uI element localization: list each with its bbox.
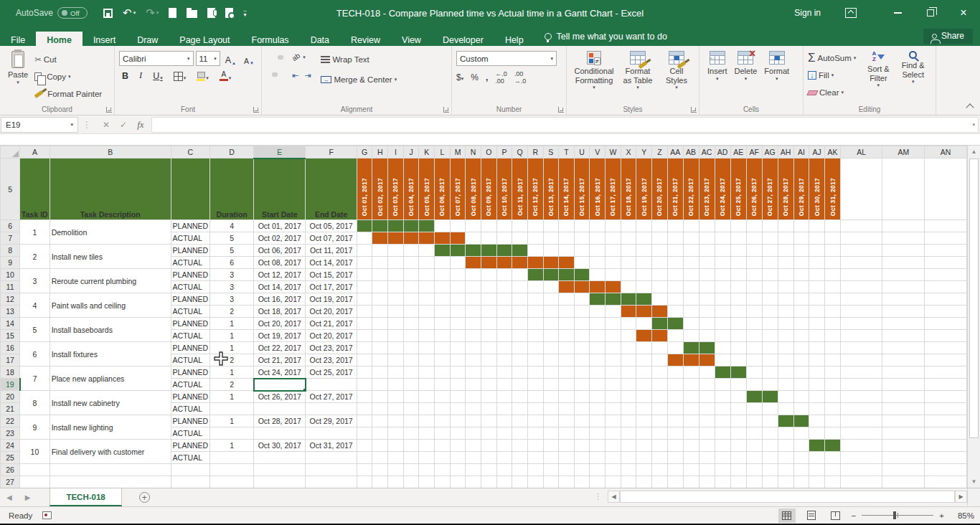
gantt-bar-cell[interactable] xyxy=(574,269,590,281)
gantt-cell[interactable] xyxy=(636,391,652,403)
gantt-cell[interactable] xyxy=(466,269,481,281)
column-header-Q[interactable]: Q xyxy=(512,146,528,159)
gantt-cell[interactable] xyxy=(590,415,606,427)
tab-splitter-handle[interactable]: ⋮ xyxy=(594,492,602,501)
cell-actual-duration[interactable]: 3 xyxy=(210,281,254,293)
gantt-cell[interactable] xyxy=(621,318,636,330)
formula-bar-splitter[interactable]: ⋮ xyxy=(83,120,91,130)
gantt-cell[interactable] xyxy=(778,269,793,281)
empty-cell[interactable] xyxy=(925,257,967,269)
cell-planned-duration[interactable]: 3 xyxy=(210,269,254,281)
empty-cell[interactable] xyxy=(841,391,882,403)
gantt-cell[interactable] xyxy=(793,269,809,281)
gantt-cell[interactable] xyxy=(372,257,388,269)
cell-planned-duration[interactable]: 1 xyxy=(210,440,254,452)
gantt-cell[interactable] xyxy=(730,403,746,415)
empty-cell[interactable] xyxy=(882,220,925,232)
next-sheet-icon[interactable]: ▶ xyxy=(19,493,37,501)
name-box[interactable]: E19▾ xyxy=(1,117,78,133)
column-header-N[interactable]: N xyxy=(466,146,481,159)
gantt-cell[interactable] xyxy=(481,318,496,330)
gantt-cell[interactable] xyxy=(762,257,778,269)
empty-cell[interactable] xyxy=(466,476,481,488)
empty-cell[interactable] xyxy=(882,306,925,318)
gantt-cell[interactable] xyxy=(466,318,481,330)
empty-cell[interactable] xyxy=(652,476,668,488)
gantt-cell[interactable] xyxy=(652,293,668,306)
gantt-cell[interactable] xyxy=(481,293,496,306)
gantt-cell[interactable] xyxy=(809,452,825,464)
gantt-cell[interactable] xyxy=(778,293,793,306)
empty-cell[interactable] xyxy=(699,464,715,476)
empty-cell[interactable] xyxy=(925,245,967,257)
gantt-cell[interactable] xyxy=(450,220,466,232)
cell-planned-label[interactable]: PLANNED xyxy=(171,220,210,232)
autosave-pill[interactable]: Off xyxy=(57,7,88,19)
cell-planned-end[interactable]: Oct 05, 2017 xyxy=(306,220,357,232)
gantt-cell[interactable] xyxy=(793,379,809,391)
gantt-cell[interactable] xyxy=(496,427,512,440)
gantt-cell[interactable] xyxy=(512,427,528,440)
close-button[interactable]: × xyxy=(947,0,980,26)
gantt-cell[interactable] xyxy=(450,293,466,306)
gantt-cell[interactable] xyxy=(527,342,543,354)
gantt-bar-cell[interactable] xyxy=(730,366,746,379)
gantt-cell[interactable] xyxy=(590,379,606,391)
cell-actual-duration[interactable]: 5 xyxy=(210,232,254,245)
empty-cell[interactable] xyxy=(621,476,636,488)
gantt-bar-cell[interactable] xyxy=(699,342,715,354)
sheet-tab-active[interactable]: TECH-018 xyxy=(50,488,121,506)
conditional-formatting-button[interactable]: Conditional Formatting▾ xyxy=(571,49,617,93)
gantt-cell[interactable] xyxy=(435,281,451,293)
gantt-cell[interactable] xyxy=(683,379,699,391)
empty-cell[interactable] xyxy=(882,440,925,452)
gantt-cell[interactable] xyxy=(825,318,841,330)
gantt-cell[interactable] xyxy=(778,427,793,440)
gantt-cell[interactable] xyxy=(809,257,825,269)
font-name-select[interactable]: Calibri▾ xyxy=(119,51,194,66)
gantt-cell[interactable] xyxy=(621,403,636,415)
gantt-cell[interactable] xyxy=(419,391,435,403)
gantt-cell[interactable] xyxy=(512,318,528,330)
gantt-cell[interactable] xyxy=(652,220,668,232)
empty-cell[interactable] xyxy=(925,476,967,488)
empty-cell[interactable] xyxy=(171,464,210,476)
enter-check-icon[interactable]: ✓ xyxy=(120,120,127,130)
gantt-cell[interactable] xyxy=(559,391,575,403)
gantt-cell[interactable] xyxy=(512,452,528,464)
gantt-cell[interactable] xyxy=(590,269,606,281)
gantt-cell[interactable] xyxy=(574,440,590,452)
gantt-cell[interactable] xyxy=(778,232,793,245)
column-header-L[interactable]: L xyxy=(435,146,451,159)
gantt-cell[interactable] xyxy=(825,232,841,245)
gantt-bar-cell[interactable] xyxy=(715,366,730,379)
empty-cell[interactable] xyxy=(435,476,451,488)
cell-task-description[interactable]: Demolition xyxy=(50,220,171,245)
empty-cell[interactable] xyxy=(667,476,683,488)
gantt-cell[interactable] xyxy=(699,269,715,281)
gantt-cell[interactable] xyxy=(435,257,451,269)
gantt-cell[interactable] xyxy=(543,415,559,427)
empty-cell[interactable] xyxy=(882,476,925,488)
gantt-cell[interactable] xyxy=(667,415,683,427)
empty-cell[interactable] xyxy=(841,318,882,330)
empty-cell[interactable] xyxy=(466,464,481,476)
gantt-cell[interactable] xyxy=(606,354,621,366)
gantt-cell[interactable] xyxy=(450,354,466,366)
cell-task-description[interactable]: Place new appliances xyxy=(50,366,171,391)
row-header-26[interactable]: 26 xyxy=(1,464,20,476)
column-header-W[interactable]: W xyxy=(606,146,621,159)
gantt-cell[interactable] xyxy=(825,245,841,257)
gantt-bar-cell[interactable] xyxy=(419,220,435,232)
empty-cell[interactable] xyxy=(481,476,496,488)
column-header-AD[interactable]: AD xyxy=(715,146,730,159)
gantt-cell[interactable] xyxy=(715,379,730,391)
font-dialog-launcher-icon[interactable] xyxy=(253,107,259,113)
gantt-cell[interactable] xyxy=(809,366,825,379)
gantt-cell[interactable] xyxy=(746,427,762,440)
gantt-cell[interactable] xyxy=(825,403,841,415)
empty-cell[interactable] xyxy=(882,452,925,464)
gantt-cell[interactable] xyxy=(543,379,559,391)
gantt-bar-cell[interactable] xyxy=(481,257,496,269)
gantt-cell[interactable] xyxy=(466,440,481,452)
